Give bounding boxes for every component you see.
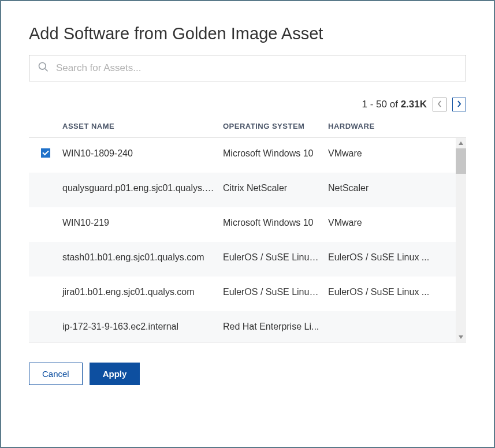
dialog-title: Add Software from Golden Image Asset — [29, 24, 466, 43]
row-checkbox-cell — [29, 148, 62, 158]
scroll-up-arrow-icon[interactable] — [456, 138, 466, 148]
header-asset-name: ASSET NAME — [62, 122, 223, 130]
table-row[interactable]: jira01.b01.eng.sjc01.qualys.comEulerOS /… — [29, 277, 466, 311]
cell-asset-name: ip-172-31-9-163.ec2.internal — [62, 322, 223, 332]
pagination-range: 1 - 50 of 2.31K — [362, 99, 427, 110]
table-row[interactable]: stash01.b01.eng.sjc01.qualys.comEulerOS … — [29, 242, 466, 277]
pagination: 1 - 50 of 2.31K — [29, 98, 466, 111]
svg-marker-3 — [459, 335, 463, 339]
prev-page-button[interactable] — [433, 98, 446, 111]
cell-asset-name: stash01.b01.eng.sjc01.qualys.com — [62, 252, 223, 263]
chevron-left-icon — [437, 100, 442, 110]
cell-hardware: VMware — [328, 218, 444, 228]
next-page-button[interactable] — [452, 98, 466, 111]
table-row[interactable]: WIN10-219Microsoft Windows 10VMware — [29, 207, 466, 242]
svg-line-1 — [45, 69, 48, 72]
dialog-footer: Cancel Apply — [29, 363, 466, 385]
cell-operating-system: Citrix NetScaler — [223, 183, 328, 193]
scroll-down-arrow-icon[interactable] — [456, 332, 466, 342]
cell-operating-system: EulerOS / SuSE Linux ... — [223, 287, 328, 297]
asset-table: ASSET NAME OPERATING SYSTEM HARDWARE WIN… — [29, 122, 466, 343]
cell-operating-system: Red Hat Enterprise Li... — [223, 322, 328, 332]
cell-asset-name: qualysguard.p01.eng.sjc01.qualys.c... — [62, 183, 223, 193]
cell-hardware: VMware — [328, 148, 444, 159]
apply-button[interactable]: Apply — [90, 363, 140, 385]
header-checkbox-col — [29, 122, 62, 130]
table-header: ASSET NAME OPERATING SYSTEM HARDWARE — [29, 122, 466, 138]
row-checkbox[interactable] — [41, 148, 50, 158]
search-icon — [38, 61, 56, 75]
scrollbar-thumb[interactable] — [456, 148, 466, 174]
cell-operating-system: Microsoft Windows 10 — [223, 148, 328, 159]
cell-hardware: NetScaler — [328, 183, 444, 193]
cell-operating-system: EulerOS / SuSE Linux ... — [223, 252, 328, 263]
table-row[interactable]: WIN10-1809-240Microsoft Windows 10VMware — [29, 138, 466, 173]
svg-marker-2 — [459, 141, 463, 145]
table-row[interactable]: qualysguard.p01.eng.sjc01.qualys.c...Cit… — [29, 173, 466, 207]
cell-asset-name: WIN10-1809-240 — [62, 148, 223, 159]
cell-hardware: EulerOS / SuSE Linux ... — [328, 287, 444, 297]
chevron-right-icon — [456, 100, 462, 110]
svg-point-0 — [39, 63, 46, 70]
header-os: OPERATING SYSTEM — [223, 122, 328, 130]
search-input[interactable] — [56, 62, 457, 74]
search-box[interactable] — [29, 55, 466, 81]
table-scroll-area: WIN10-1809-240Microsoft Windows 10VMware… — [29, 138, 466, 342]
table-row[interactable]: ip-172-31-9-163.ec2.internalRed Hat Ente… — [29, 311, 466, 342]
cell-asset-name: jira01.b01.eng.sjc01.qualys.com — [62, 287, 223, 297]
cell-asset-name: WIN10-219 — [62, 218, 223, 228]
header-hardware: HARDWARE — [328, 122, 444, 130]
scrollbar[interactable] — [456, 138, 466, 342]
cell-hardware: EulerOS / SuSE Linux ... — [328, 252, 444, 263]
cell-operating-system: Microsoft Windows 10 — [223, 218, 328, 228]
cancel-button[interactable]: Cancel — [29, 363, 83, 385]
